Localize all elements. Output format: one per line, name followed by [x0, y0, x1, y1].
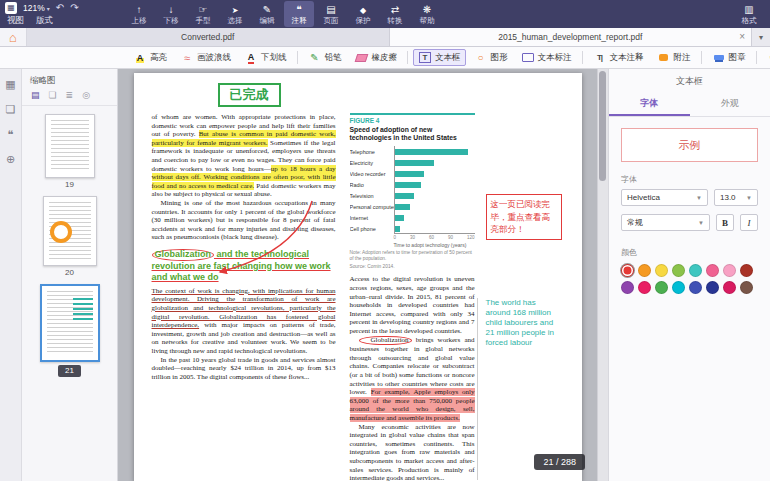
color-swatch-e91e63[interactable]: [638, 281, 651, 294]
figure4-chart: TelephoneElectricityVideo recorderRadioT…: [350, 146, 475, 234]
font-size-select[interactable]: 13.0▼: [714, 189, 758, 206]
font-style-select[interactable]: 常规▼: [621, 214, 710, 231]
annot-tool-eraser[interactable]: 橡皮擦: [350, 49, 403, 66]
tab-appearance[interactable]: 外观: [690, 93, 770, 116]
zoom-control[interactable]: 121%: [23, 3, 50, 13]
ribbon-tool-page[interactable]: 页面: [316, 1, 346, 27]
style-sample-preview: 示例: [621, 128, 758, 162]
note-textbox-annotation[interactable]: 这一页已阅读完毕，重点查看高亮部分！: [486, 194, 562, 240]
annot-tool-signature[interactable]: 签名: [762, 49, 770, 66]
comment-panel-icon[interactable]: [8, 129, 14, 140]
tab-document-0[interactable]: Converted.pdf: [27, 28, 390, 46]
ribbon-tool-label: 注释: [292, 17, 307, 25]
annot-tool-textbox[interactable]: 文本框: [413, 49, 466, 66]
search-icon[interactable]: [82, 91, 90, 100]
ribbon-tool-hand[interactable]: 手型: [188, 1, 218, 27]
chart-row: Electricity: [350, 157, 475, 168]
thumbnail-page-21-selected[interactable]: [40, 284, 100, 362]
annot-tool-shapes[interactable]: 图形: [469, 49, 513, 66]
chart-category-label: Television: [350, 193, 394, 199]
font-section-label: 字体: [621, 174, 758, 185]
color-swatch-795548[interactable]: [740, 281, 753, 294]
color-swatch-283593[interactable]: [706, 281, 719, 294]
page-view-icon[interactable]: [31, 91, 40, 100]
color-swatch-d81b60[interactable]: [723, 281, 736, 294]
tab-font[interactable]: 字体: [609, 93, 690, 116]
pdf-page: 已完成 of whom are women. With appropriate …: [134, 73, 582, 481]
color-swatch-8e44ad[interactable]: [621, 281, 634, 294]
vertical-scrollbar[interactable]: [597, 69, 608, 481]
color-swatch-3ec6c0[interactable]: [689, 264, 702, 277]
red-ellipse-annotation[interactable]: Globalization: [152, 249, 215, 261]
bookmark-view-icon[interactable]: [49, 91, 57, 100]
attachment-panel-icon[interactable]: [6, 154, 15, 165]
chart-bar: [394, 160, 435, 166]
list-view-icon[interactable]: [66, 91, 74, 100]
protect-icon: [360, 4, 366, 16]
annot-tool-underline[interactable]: 下划线: [239, 49, 292, 66]
color-swatch-e53935[interactable]: [621, 264, 634, 277]
color-swatch-8bc34a[interactable]: [672, 264, 685, 277]
tab-document-1[interactable]: 2015_human_development_report.pdf ×: [390, 28, 753, 46]
panel-toggles: [22, 91, 117, 106]
ribbon-tool-protect[interactable]: 保护: [348, 1, 378, 27]
thumbnail-page-20[interactable]: [43, 196, 97, 266]
underline-icon: [244, 51, 258, 64]
ribbon-tool-comment[interactable]: 注释: [284, 1, 314, 27]
undo-icon[interactable]: [56, 3, 64, 13]
ribbon-tool-convert[interactable]: 转换: [380, 1, 410, 27]
section-heading: Globalization and the technological revo…: [152, 249, 336, 283]
ribbon-tool-help[interactable]: 帮助: [412, 1, 442, 27]
tab-list-dropdown-icon[interactable]: ▾: [752, 28, 770, 46]
color-swatch-3f51b5[interactable]: [689, 281, 702, 294]
color-swatch-a93226[interactable]: [740, 264, 753, 277]
color-swatch-f06292[interactable]: [706, 264, 719, 277]
color-swatch-f59a23[interactable]: [638, 264, 651, 277]
thumbnail-panel-icon[interactable]: [5, 79, 15, 90]
home-button[interactable]: ⌂: [0, 28, 27, 46]
ribbon-tool-label: 手型: [196, 17, 211, 25]
font-family-select[interactable]: Helvetica▼: [621, 189, 708, 206]
scrollbar-thumb[interactable]: [599, 71, 606, 181]
annot-tool-stamp[interactable]: 图章: [707, 49, 751, 66]
menu-view[interactable]: 视图: [7, 15, 24, 27]
annot-tool-note[interactable]: 附注: [652, 49, 696, 66]
annot-tool-typewriter[interactable]: 文本注释: [588, 49, 649, 66]
chart-tick-label: 120: [467, 235, 475, 240]
done-textbox-annotation[interactable]: 已完成: [218, 83, 281, 107]
figure4-ticks: 0306090120: [394, 235, 475, 240]
redo-icon[interactable]: [70, 3, 78, 13]
ribbon-tool-edit[interactable]: 编辑: [252, 1, 282, 27]
convert-icon: [391, 4, 399, 16]
document-viewport[interactable]: 已完成 of whom are women. With appropriate …: [118, 69, 597, 481]
annot-tool-highlight[interactable]: 高亮: [128, 49, 172, 66]
close-tab-icon[interactable]: ×: [739, 32, 745, 42]
pencil-icon: [308, 51, 322, 64]
thumbnail-page-19[interactable]: [45, 114, 95, 178]
chart-bar: [394, 193, 414, 199]
menu-layout[interactable]: 版式: [36, 15, 53, 27]
figure-axis-label: Time to adopt technology (years): [394, 242, 475, 248]
app-menu-icon[interactable]: [5, 2, 17, 14]
color-swatch-4caf50[interactable]: [655, 281, 668, 294]
annot-tool-squiggly[interactable]: 画波浪线: [175, 49, 236, 66]
color-swatch-f7d842[interactable]: [655, 264, 668, 277]
chart-category-label: Video recorder: [350, 171, 394, 177]
bookmark-panel-icon[interactable]: [6, 104, 16, 115]
red-ellipse-annotation[interactable]: Globalization: [359, 336, 412, 346]
color-swatch-f8a1c4[interactable]: [723, 264, 736, 277]
annot-tool-callout[interactable]: 文本标注: [516, 49, 577, 66]
move-down-icon: [169, 4, 174, 16]
chart-row: Cell phone: [350, 223, 475, 234]
bold-button[interactable]: B: [716, 214, 734, 231]
ribbon-tool-select[interactable]: 选择: [220, 1, 250, 27]
color-swatch-00bcd4[interactable]: [672, 281, 685, 294]
italic-button[interactable]: I: [740, 214, 758, 231]
ribbon-tool-label: 下移: [164, 17, 179, 25]
column-rule: [477, 298, 478, 480]
ribbon-tool-move-up[interactable]: 上移: [124, 1, 154, 27]
page-indicator: 21 / 288: [534, 454, 585, 470]
ribbon-tool-move-down[interactable]: 下移: [156, 1, 186, 27]
annot-tool-pencil[interactable]: 铅笔: [303, 49, 347, 66]
format-button[interactable]: 格式: [734, 4, 764, 25]
